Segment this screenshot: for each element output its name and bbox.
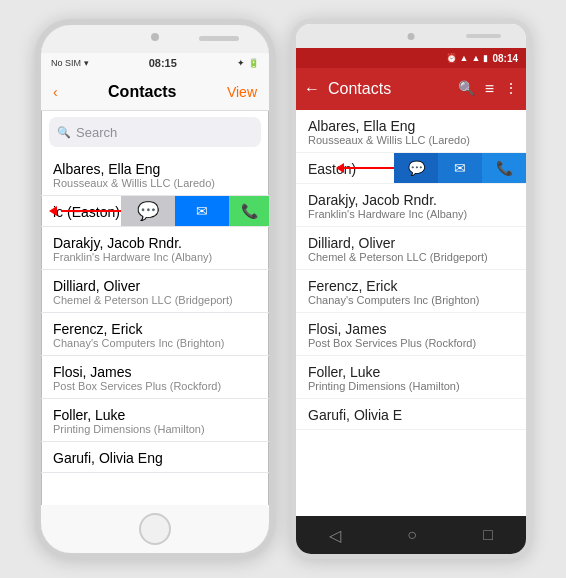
arrow-indicator (336, 163, 394, 173)
android-time-label: 08:14 (492, 53, 518, 64)
message-action-button[interactable]: 💬 (121, 196, 175, 226)
battery-icon: 🔋 (248, 58, 259, 68)
chevron-left-icon: ‹ (53, 84, 58, 100)
carrier-label: No SIM ▾ (51, 58, 89, 68)
android-speaker (466, 34, 501, 38)
iphone-notch (41, 25, 269, 53)
android-back-button[interactable]: ← (304, 80, 320, 98)
list-item[interactable]: Flosi, James Post Box Services Plus (Roc… (41, 356, 269, 399)
search-icon: 🔍 (57, 126, 71, 139)
contact-sub: Post Box Services Plus (Rockford) (53, 380, 257, 392)
nav-title: Contacts (108, 83, 176, 101)
list-item[interactable]: Foller, Luke Printing Dimensions (Hamilt… (296, 356, 526, 399)
list-item[interactable]: Dilliard, Oliver Chemel & Peterson LLC (… (41, 270, 269, 313)
contact-name: Dilliard, Oliver (53, 278, 257, 294)
contact-name: Ferencz, Erick (53, 321, 257, 337)
arrow-line (344, 167, 394, 169)
list-item[interactable]: Ferencz, Erick Chanay's Computers Inc (B… (41, 313, 269, 356)
list-item[interactable]: Darakjy, Jacob Rndr. Franklin's Hardware… (296, 184, 526, 227)
contact-sub: Chemel & Peterson LLC (Bridgeport) (308, 251, 514, 263)
iphone-status-bar: No SIM ▾ 08:15 ✦ 🔋 (41, 53, 269, 73)
list-item[interactable]: Ferencz, Erick Chanay's Computers Inc (B… (296, 270, 526, 313)
contact-name: Albares, Ella Eng (308, 118, 514, 134)
list-item[interactable]: Garufi, Olivia Eng (41, 442, 269, 473)
contact-name: Albares, Ella Eng (53, 161, 257, 177)
android-toolbar-actions: 🔍 ≡ ⋮ (458, 80, 518, 98)
contact-name: Foller, Luke (308, 364, 514, 380)
contact-sub: Franklin's Hardware Inc (Albany) (308, 208, 514, 220)
iphone-search-bar[interactable]: 🔍 Search (49, 117, 261, 147)
android-toolbar: ← Contacts 🔍 ≡ ⋮ (296, 68, 526, 110)
more-icon[interactable]: ⋮ (504, 80, 518, 98)
list-item-swiped[interactable]: ic (Easton) 💬 ✉ 📞 (41, 196, 269, 227)
arrow-head-left-icon (336, 163, 344, 173)
list-item[interactable]: Dilliard, Oliver Chemel & Peterson LLC (… (296, 227, 526, 270)
contact-name: Darakjy, Jacob Rndr. (308, 192, 514, 208)
status-icons: ✦ 🔋 (237, 58, 259, 68)
android-device: ⏰ ▲ ▲ ▮ 08:14 ← Contacts 🔍 ≡ ⋮ Albares, … (291, 19, 531, 559)
back-button[interactable]: ‹ (53, 84, 58, 100)
android-swipe-actions: 💬 ✉ 📞 (394, 153, 526, 183)
contact-name: Garufi, Olivia E (308, 407, 514, 423)
iphone-home-area (41, 505, 269, 553)
iphone-camera (151, 33, 159, 41)
contact-name: Foller, Luke (53, 407, 257, 423)
android-recent-button[interactable]: □ (483, 526, 493, 544)
android-camera (408, 33, 415, 40)
view-button[interactable]: View (227, 84, 257, 100)
contact-name: Ferencz, Erick (308, 278, 514, 294)
android-status-bar: ⏰ ▲ ▲ ▮ 08:14 (296, 48, 526, 68)
android-camera-area (296, 24, 526, 48)
wifi-icon: ▲ (472, 53, 481, 63)
iphone-speaker (199, 36, 239, 41)
contact-name: Flosi, James (53, 364, 257, 380)
contact-sub: Franklin's Hardware Inc (Albany) (53, 251, 257, 263)
arrow-line (61, 210, 121, 212)
filter-icon[interactable]: ≡ (485, 80, 494, 98)
contact-sub: Printing Dimensions (Hamilton) (53, 423, 257, 435)
list-item[interactable]: Garufi, Olivia E (296, 399, 526, 430)
android-home-button[interactable]: ○ (407, 526, 417, 544)
bluetooth-icon: ✦ (237, 58, 245, 68)
android-nav-bar: ◁ ○ □ (296, 516, 526, 554)
contact-name: Darakjy, Jacob Rndr. (53, 235, 257, 251)
contact-name: Garufi, Olivia Eng (53, 450, 257, 466)
list-item[interactable]: Darakjy, Jacob Rndr. Franklin's Hardware… (41, 227, 269, 270)
search-icon[interactable]: 🔍 (458, 80, 475, 98)
search-placeholder: Search (76, 125, 117, 140)
iphone-contacts-list: Albares, Ella Eng Rousseaux & Willis LLC… (41, 153, 269, 505)
email-action-button[interactable]: ✉ (175, 196, 229, 226)
list-item[interactable]: Foller, Luke Printing Dimensions (Hamilt… (41, 399, 269, 442)
arrow-head-left-icon (49, 206, 57, 216)
signal-icon: ▲ (460, 53, 469, 63)
arrow-indicator (49, 206, 121, 216)
iphone-nav-bar: ‹ Contacts View (41, 73, 269, 111)
contact-name: Flosi, James (308, 321, 514, 337)
contact-sub: Rousseaux & Willis LLC (Laredo) (53, 177, 257, 189)
battery-icon: ▮ (483, 53, 488, 63)
time-label: 08:15 (149, 57, 177, 69)
swipe-actions: 💬 ✉ 📞 (121, 196, 269, 226)
android-message-action[interactable]: 💬 (394, 153, 438, 183)
contact-sub: Chanay's Computers Inc (Brighton) (308, 294, 514, 306)
list-item[interactable]: Albares, Ella Eng Rousseaux & Willis LLC… (296, 110, 526, 153)
alarm-icon: ⏰ (446, 53, 457, 63)
list-item[interactable]: Flosi, James Post Box Services Plus (Roc… (296, 313, 526, 356)
iphone-device: No SIM ▾ 08:15 ✦ 🔋 ‹ Contacts View 🔍 Sea… (35, 19, 275, 559)
contact-name: Dilliard, Oliver (308, 235, 514, 251)
contact-sub: Rousseaux & Willis LLC (Laredo) (308, 134, 514, 146)
android-email-action[interactable]: ✉ (438, 153, 482, 183)
android-toolbar-title: Contacts (328, 80, 450, 98)
android-contacts-list: Albares, Ella Eng Rousseaux & Willis LLC… (296, 110, 526, 516)
android-status-icons: ⏰ ▲ ▲ ▮ (446, 53, 489, 63)
android-call-action[interactable]: 📞 (482, 153, 526, 183)
contact-sub: Chanay's Computers Inc (Brighton) (53, 337, 257, 349)
home-button[interactable] (139, 513, 171, 545)
call-action-button[interactable]: 📞 (229, 196, 269, 226)
contact-sub: Chemel & Peterson LLC (Bridgeport) (53, 294, 257, 306)
android-back-nav-button[interactable]: ◁ (329, 526, 341, 545)
contact-sub: Printing Dimensions (Hamilton) (308, 380, 514, 392)
contact-sub: Post Box Services Plus (Rockford) (308, 337, 514, 349)
list-item-swiped[interactable]: Easton) 💬 ✉ 📞 (296, 153, 526, 184)
list-item[interactable]: Albares, Ella Eng Rousseaux & Willis LLC… (41, 153, 269, 196)
